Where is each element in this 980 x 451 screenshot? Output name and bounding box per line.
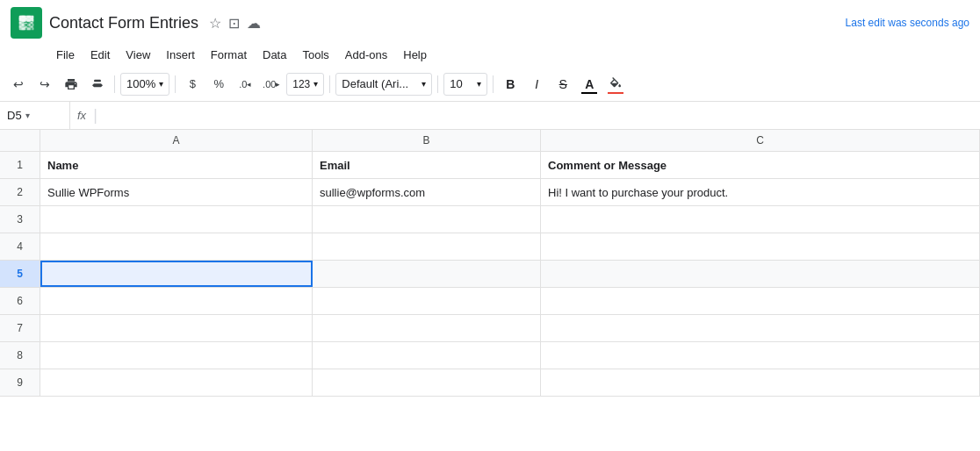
cell-b7[interactable] xyxy=(313,315,541,341)
number-format-button[interactable]: 123 ▾ xyxy=(286,73,324,96)
row-number-1[interactable]: 1 xyxy=(0,152,40,178)
row-number-7[interactable]: 7 xyxy=(0,315,40,341)
row-number-8[interactable]: 8 xyxy=(0,342,40,369)
menu-help[interactable]: Help xyxy=(396,46,434,64)
cell-a1[interactable]: Name xyxy=(40,152,313,178)
decimal-less-button[interactable]: .0◂ xyxy=(234,73,256,96)
toolbar-sep-1 xyxy=(114,75,115,93)
app-icon: ≡ xyxy=(11,7,42,39)
table-row: 9 xyxy=(0,369,980,397)
folder-icon[interactable]: ⊡ xyxy=(228,15,240,32)
cell-a2[interactable]: Sullie WPForms xyxy=(40,179,313,205)
decimal-more-icon: .00 xyxy=(263,79,276,89)
cell-b1[interactable]: Email xyxy=(313,152,541,178)
cell-b4[interactable] xyxy=(313,233,541,260)
cell-a7[interactable] xyxy=(40,315,313,341)
col-header-a[interactable]: A xyxy=(40,130,313,151)
cloud-icon[interactable]: ☁ xyxy=(247,15,261,32)
print-button[interactable] xyxy=(60,73,83,96)
fx-icon: fx xyxy=(77,109,86,122)
strikethrough-button[interactable]: S xyxy=(551,73,574,96)
undo-button[interactable]: ↩ xyxy=(7,73,30,96)
fill-color-bar xyxy=(608,92,623,94)
star-icon[interactable]: ☆ xyxy=(209,15,221,32)
formula-bar: D5 ▾ fx | xyxy=(0,102,980,130)
cell-a8[interactable] xyxy=(40,342,313,369)
row-number-6[interactable]: 6 xyxy=(0,288,40,314)
cell-b2[interactable]: sullie@wpforms.com xyxy=(313,179,541,205)
cell-b3[interactable] xyxy=(313,206,541,233)
menu-file[interactable]: File xyxy=(49,46,82,64)
menu-bar: File Edit View Insert Format Data Tools … xyxy=(0,42,980,67)
cell-a5[interactable] xyxy=(40,261,313,287)
table-row: 1 Name Email Comment or Message xyxy=(0,152,980,179)
last-edit-status: Last edit was seconds ago xyxy=(846,17,969,29)
document-title: Contact Form Entries xyxy=(49,14,198,32)
cell-c8[interactable] xyxy=(541,342,980,369)
toolbar-sep-2 xyxy=(175,75,176,93)
decimal-more-button[interactable]: .00▸ xyxy=(260,73,283,96)
percent-button[interactable]: % xyxy=(207,73,230,96)
table-row: 6 xyxy=(0,288,980,315)
menu-format[interactable]: Format xyxy=(204,46,254,64)
col-header-c[interactable]: C xyxy=(541,130,980,151)
text-color-label: A xyxy=(585,77,594,91)
row-number-5[interactable]: 5 xyxy=(0,261,40,287)
font-family-value: Default (Ari... xyxy=(342,77,408,90)
cell-b9[interactable] xyxy=(313,369,541,396)
cell-c6[interactable] xyxy=(541,288,980,314)
number-format-dropdown-icon: ▾ xyxy=(313,79,318,89)
formula-input[interactable] xyxy=(103,109,973,122)
cell-c3[interactable] xyxy=(541,206,980,233)
zoom-dropdown-icon: ▾ xyxy=(159,79,163,89)
menu-data[interactable]: Data xyxy=(256,46,293,64)
redo-button[interactable]: ↪ xyxy=(33,73,56,96)
menu-edit[interactable]: Edit xyxy=(83,46,117,64)
row-number-4[interactable]: 4 xyxy=(0,233,40,260)
menu-tools[interactable]: Tools xyxy=(295,46,335,64)
cell-b8[interactable] xyxy=(313,342,541,369)
menu-addons[interactable]: Add-ons xyxy=(338,46,394,64)
font-dropdown-icon: ▾ xyxy=(422,79,426,89)
zoom-value: 100% xyxy=(126,77,155,90)
menu-insert[interactable]: Insert xyxy=(159,46,202,64)
paint-format-button[interactable] xyxy=(86,73,109,96)
cell-c5[interactable] xyxy=(541,261,980,287)
row-number-2[interactable]: 2 xyxy=(0,179,40,205)
table-row: 7 xyxy=(0,315,980,342)
menu-view[interactable]: View xyxy=(119,46,157,64)
spreadsheet-grid: A B C 1 Name Email Comment or Message 2 … xyxy=(0,130,980,397)
col-header-b[interactable]: B xyxy=(313,130,541,151)
currency-button[interactable]: $ xyxy=(181,73,204,96)
table-row: 2 Sullie WPForms sullie@wpforms.com Hi! … xyxy=(0,179,980,206)
cell-c4[interactable] xyxy=(541,233,980,260)
cell-c7[interactable] xyxy=(541,315,980,341)
cell-b5[interactable] xyxy=(313,261,541,287)
cell-ref-dropdown-icon[interactable]: ▾ xyxy=(25,111,30,120)
font-size-value: 10 xyxy=(450,77,462,90)
fill-color-button[interactable] xyxy=(604,73,627,96)
formula-input-area: fx | xyxy=(70,102,980,129)
font-family-select[interactable]: Default (Ari... ▾ xyxy=(335,73,432,96)
cell-c9[interactable] xyxy=(541,369,980,396)
cell-a6[interactable] xyxy=(40,288,313,314)
zoom-control[interactable]: 100% ▾ xyxy=(120,73,169,96)
toolbar-sep-3 xyxy=(329,75,330,93)
italic-button[interactable]: I xyxy=(525,73,548,96)
cell-a3[interactable] xyxy=(40,206,313,233)
cell-reference-box[interactable]: D5 ▾ xyxy=(0,102,70,129)
grid-body: 1 Name Email Comment or Message 2 Sullie… xyxy=(0,152,980,397)
select-all-button[interactable] xyxy=(0,130,40,151)
font-size-control[interactable]: 10 ▾ xyxy=(443,73,487,96)
cell-a4[interactable] xyxy=(40,233,313,260)
text-color-button[interactable]: A xyxy=(578,73,601,96)
cell-b6[interactable] xyxy=(313,288,541,314)
bold-button[interactable]: B xyxy=(499,73,522,96)
row-number-3[interactable]: 3 xyxy=(0,206,40,233)
table-row: 4 xyxy=(0,233,980,261)
cell-a9[interactable] xyxy=(40,369,313,396)
cell-c2[interactable]: Hi! I want to purchase your product. xyxy=(541,179,980,205)
cell-c1[interactable]: Comment or Message xyxy=(541,152,980,178)
toolbar: ↩ ↪ 100% ▾ $ % .0◂ .00▸ 123 ▾ Default (A… xyxy=(0,67,980,102)
row-number-9[interactable]: 9 xyxy=(0,369,40,396)
